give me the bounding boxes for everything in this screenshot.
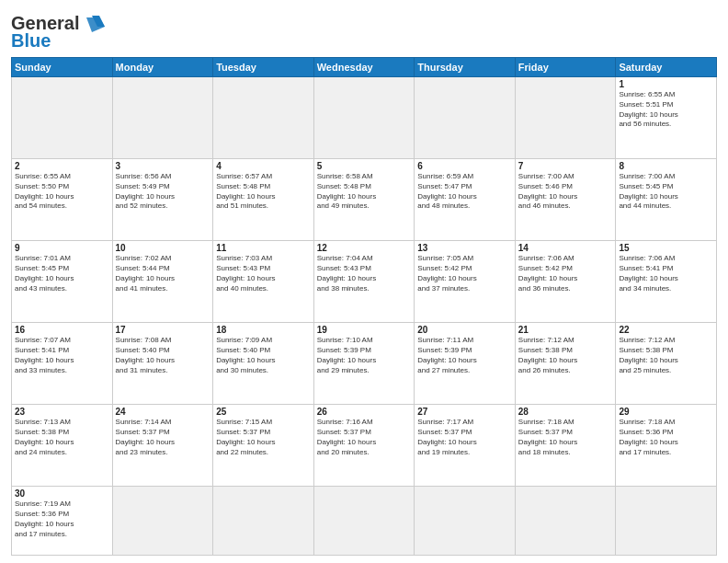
day-info: Sunrise: 7:04 AMSunset: 5:43 PMDaylight:… bbox=[317, 254, 412, 293]
day-number: 18 bbox=[216, 325, 311, 335]
calendar-cell: 4Sunrise: 6:57 AMSunset: 5:48 PMDaylight… bbox=[213, 159, 314, 241]
calendar-row-4: 23Sunrise: 7:13 AMSunset: 5:38 PMDayligh… bbox=[12, 405, 717, 487]
day-number: 27 bbox=[417, 407, 512, 417]
calendar-cell: 17Sunrise: 7:08 AMSunset: 5:40 PMDayligh… bbox=[112, 323, 213, 405]
day-number: 10 bbox=[116, 243, 210, 253]
calendar-cell: 6Sunrise: 6:59 AMSunset: 5:47 PMDaylight… bbox=[415, 159, 516, 241]
weekday-tuesday: Tuesday bbox=[213, 58, 314, 77]
calendar-cell: 22Sunrise: 7:12 AMSunset: 5:38 PMDayligh… bbox=[616, 323, 717, 405]
day-info: Sunrise: 7:10 AMSunset: 5:39 PMDaylight:… bbox=[317, 336, 412, 375]
day-info: Sunrise: 7:19 AMSunset: 5:36 PMDaylight:… bbox=[15, 500, 109, 539]
calendar-cell: 11Sunrise: 7:03 AMSunset: 5:43 PMDayligh… bbox=[213, 241, 314, 323]
day-info: Sunrise: 7:11 AMSunset: 5:39 PMDaylight:… bbox=[417, 336, 512, 375]
calendar-cell: 16Sunrise: 7:07 AMSunset: 5:41 PMDayligh… bbox=[12, 323, 113, 405]
day-number: 8 bbox=[619, 161, 713, 171]
calendar-cell: 19Sunrise: 7:10 AMSunset: 5:39 PMDayligh… bbox=[313, 323, 415, 405]
day-info: Sunrise: 6:55 AMSunset: 5:51 PMDaylight:… bbox=[619, 90, 713, 130]
day-number: 4 bbox=[216, 161, 311, 171]
logo: General Blue bbox=[11, 13, 105, 52]
calendar-cell bbox=[515, 487, 616, 556]
calendar-cell: 5Sunrise: 6:58 AMSunset: 5:48 PMDaylight… bbox=[313, 159, 415, 241]
weekday-header-row: SundayMondayTuesdayWednesdayThursdayFrid… bbox=[12, 58, 717, 77]
calendar-cell: 18Sunrise: 7:09 AMSunset: 5:40 PMDayligh… bbox=[213, 323, 314, 405]
day-info: Sunrise: 7:06 AMSunset: 5:42 PMDaylight:… bbox=[518, 254, 613, 293]
day-number: 30 bbox=[15, 488, 109, 499]
day-number: 9 bbox=[15, 243, 109, 253]
calendar-cell: 27Sunrise: 7:17 AMSunset: 5:37 PMDayligh… bbox=[415, 405, 516, 487]
logo-blue: Blue bbox=[11, 30, 51, 52]
calendar-cell: 1Sunrise: 6:55 AMSunset: 5:51 PMDaylight… bbox=[616, 77, 717, 159]
weekday-monday: Monday bbox=[112, 58, 213, 77]
day-number: 16 bbox=[15, 325, 109, 335]
day-number: 25 bbox=[216, 407, 311, 417]
calendar-cell: 3Sunrise: 6:56 AMSunset: 5:49 PMDaylight… bbox=[112, 159, 213, 241]
day-number: 1 bbox=[619, 79, 713, 89]
calendar-cell: 28Sunrise: 7:18 AMSunset: 5:37 PMDayligh… bbox=[515, 405, 616, 487]
day-info: Sunrise: 7:05 AMSunset: 5:42 PMDaylight:… bbox=[417, 254, 512, 293]
day-number: 24 bbox=[116, 407, 210, 417]
day-number: 19 bbox=[317, 325, 412, 335]
calendar-cell: 14Sunrise: 7:06 AMSunset: 5:42 PMDayligh… bbox=[515, 241, 616, 323]
calendar-cell: 9Sunrise: 7:01 AMSunset: 5:45 PMDaylight… bbox=[12, 241, 113, 323]
header: General Blue bbox=[11, 9, 717, 52]
day-number: 5 bbox=[317, 161, 412, 171]
weekday-wednesday: Wednesday bbox=[313, 58, 415, 77]
calendar-cell bbox=[415, 487, 516, 556]
day-number: 26 bbox=[317, 407, 412, 417]
calendar-cell: 13Sunrise: 7:05 AMSunset: 5:42 PMDayligh… bbox=[415, 241, 516, 323]
day-number: 12 bbox=[317, 243, 412, 253]
day-info: Sunrise: 7:14 AMSunset: 5:37 PMDaylight:… bbox=[116, 418, 210, 457]
calendar-cell: 29Sunrise: 7:18 AMSunset: 5:36 PMDayligh… bbox=[616, 405, 717, 487]
calendar-row-3: 16Sunrise: 7:07 AMSunset: 5:41 PMDayligh… bbox=[12, 323, 717, 405]
day-info: Sunrise: 7:15 AMSunset: 5:37 PMDaylight:… bbox=[216, 418, 311, 457]
day-info: Sunrise: 7:12 AMSunset: 5:38 PMDaylight:… bbox=[518, 336, 613, 375]
calendar-cell bbox=[112, 487, 213, 556]
calendar-cell bbox=[415, 77, 516, 159]
calendar-cell: 2Sunrise: 6:55 AMSunset: 5:50 PMDaylight… bbox=[12, 159, 113, 241]
day-number: 15 bbox=[619, 243, 713, 253]
day-number: 13 bbox=[417, 243, 512, 253]
weekday-friday: Friday bbox=[515, 58, 616, 77]
day-number: 21 bbox=[518, 325, 613, 335]
day-info: Sunrise: 6:57 AMSunset: 5:48 PMDaylight:… bbox=[216, 172, 311, 212]
day-info: Sunrise: 7:03 AMSunset: 5:43 PMDaylight:… bbox=[216, 254, 311, 293]
weekday-thursday: Thursday bbox=[415, 58, 516, 77]
day-number: 17 bbox=[116, 325, 210, 335]
calendar-row-2: 9Sunrise: 7:01 AMSunset: 5:45 PMDaylight… bbox=[12, 241, 717, 323]
day-info: Sunrise: 6:58 AMSunset: 5:48 PMDaylight:… bbox=[317, 172, 412, 212]
day-number: 29 bbox=[619, 407, 713, 417]
calendar-cell bbox=[313, 77, 415, 159]
day-number: 3 bbox=[116, 161, 210, 171]
calendar-cell bbox=[12, 77, 113, 159]
day-info: Sunrise: 7:07 AMSunset: 5:41 PMDaylight:… bbox=[15, 336, 109, 375]
calendar-cell: 12Sunrise: 7:04 AMSunset: 5:43 PMDayligh… bbox=[313, 241, 415, 323]
day-number: 22 bbox=[619, 325, 713, 335]
day-info: Sunrise: 6:59 AMSunset: 5:47 PMDaylight:… bbox=[417, 172, 512, 212]
calendar-cell: 23Sunrise: 7:13 AMSunset: 5:38 PMDayligh… bbox=[12, 405, 113, 487]
logo-icon bbox=[79, 14, 105, 34]
calendar-cell: 21Sunrise: 7:12 AMSunset: 5:38 PMDayligh… bbox=[515, 323, 616, 405]
day-info: Sunrise: 7:18 AMSunset: 5:37 PMDaylight:… bbox=[518, 418, 613, 457]
calendar-cell bbox=[616, 487, 717, 556]
calendar-cell: 24Sunrise: 7:14 AMSunset: 5:37 PMDayligh… bbox=[112, 405, 213, 487]
day-number: 14 bbox=[518, 243, 613, 253]
day-number: 11 bbox=[216, 243, 311, 253]
calendar-cell: 7Sunrise: 7:00 AMSunset: 5:46 PMDaylight… bbox=[515, 159, 616, 241]
day-info: Sunrise: 7:01 AMSunset: 5:45 PMDaylight:… bbox=[15, 254, 109, 293]
calendar-cell bbox=[515, 77, 616, 159]
day-info: Sunrise: 7:13 AMSunset: 5:38 PMDaylight:… bbox=[15, 418, 109, 457]
weekday-sunday: Sunday bbox=[12, 58, 113, 77]
day-number: 7 bbox=[518, 161, 613, 171]
calendar-cell bbox=[213, 487, 314, 556]
day-info: Sunrise: 7:09 AMSunset: 5:40 PMDaylight:… bbox=[216, 336, 311, 375]
calendar-cell: 8Sunrise: 7:00 AMSunset: 5:45 PMDaylight… bbox=[616, 159, 717, 241]
day-number: 2 bbox=[15, 161, 109, 171]
calendar-row-1: 2Sunrise: 6:55 AMSunset: 5:50 PMDaylight… bbox=[12, 159, 717, 241]
day-info: Sunrise: 7:17 AMSunset: 5:37 PMDaylight:… bbox=[417, 418, 512, 457]
day-info: Sunrise: 7:16 AMSunset: 5:37 PMDaylight:… bbox=[317, 418, 412, 457]
calendar-row-0: 1Sunrise: 6:55 AMSunset: 5:51 PMDaylight… bbox=[12, 77, 717, 159]
calendar-cell: 30Sunrise: 7:19 AMSunset: 5:36 PMDayligh… bbox=[12, 487, 113, 556]
day-info: Sunrise: 7:12 AMSunset: 5:38 PMDaylight:… bbox=[619, 336, 713, 375]
calendar-cell: 25Sunrise: 7:15 AMSunset: 5:37 PMDayligh… bbox=[213, 405, 314, 487]
calendar-table: SundayMondayTuesdayWednesdayThursdayFrid… bbox=[11, 57, 717, 556]
